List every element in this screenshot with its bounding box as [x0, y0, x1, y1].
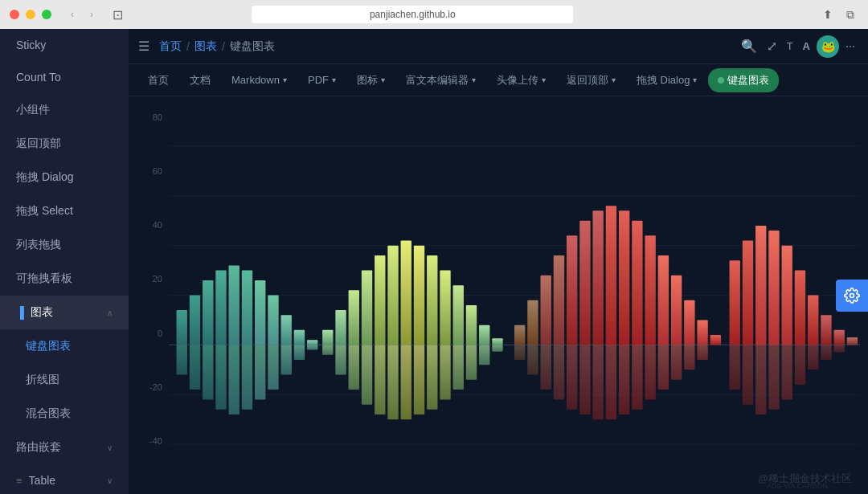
- minimize-button[interactable]: [26, 10, 35, 19]
- breadcrumb-home[interactable]: 首页: [159, 39, 182, 54]
- sidebar-item-sticky[interactable]: Sticky: [0, 29, 129, 61]
- svg-rect-16: [177, 345, 187, 374]
- sidebar-item-count-to[interactable]: Count To: [0, 61, 129, 93]
- table-icon-group: ≡ Table: [16, 474, 55, 487]
- tab-upload[interactable]: 头像上传 ▾: [487, 68, 555, 92]
- svg-rect-13: [255, 280, 265, 345]
- tab-markdown[interactable]: Markdown ▾: [222, 69, 297, 91]
- more-icon[interactable]: ⋯: [842, 38, 858, 55]
- back-arrow[interactable]: ‹: [64, 6, 80, 22]
- svg-rect-85: [540, 345, 551, 390]
- rich-editor-dropdown-icon: ▾: [472, 76, 476, 84]
- sidebar-item-route-nested[interactable]: 路由嵌套 ∨: [0, 431, 129, 464]
- svg-rect-23: [268, 345, 278, 390]
- sidebar-item-line-chart[interactable]: 折线图: [0, 363, 129, 397]
- sidebar-item-widget[interactable]: 小组件: [0, 93, 129, 127]
- sidebar-toggle-icon[interactable]: ⧉: [842, 6, 858, 22]
- svg-rect-99: [743, 345, 753, 404]
- svg-rect-106: [834, 345, 845, 352]
- svg-rect-74: [743, 240, 753, 345]
- y-label-neg40: -40: [135, 436, 162, 446]
- markdown-dropdown-icon: ▾: [283, 76, 287, 84]
- svg-rect-40: [387, 345, 398, 419]
- close-button[interactable]: [10, 10, 19, 19]
- svg-rect-44: [414, 345, 424, 414]
- share-icon[interactable]: ⬆: [820, 6, 836, 22]
- svg-rect-101: [768, 345, 779, 409]
- font-size-icon[interactable]: T: [784, 37, 796, 55]
- svg-rect-55: [492, 338, 502, 345]
- tab-icon-label: 图标: [357, 73, 378, 88]
- svg-rect-45: [427, 255, 437, 345]
- search-icon[interactable]: 🔍: [738, 35, 760, 57]
- svg-rect-75: [755, 226, 766, 345]
- svg-rect-97: [697, 345, 707, 360]
- y-label-80: 80: [135, 112, 162, 122]
- svg-rect-34: [349, 345, 359, 390]
- tab-rich-editor-label: 富文本编辑器: [406, 73, 469, 88]
- svg-rect-37: [375, 255, 385, 345]
- tab-docs-label: 文档: [190, 73, 211, 88]
- sidebar-label-mix-chart: 混合图表: [26, 406, 71, 421]
- svg-rect-63: [592, 210, 603, 345]
- svg-rect-87: [567, 345, 577, 409]
- breadcrumb: 首页 / 图表 / 键盘图表: [159, 39, 275, 54]
- svg-rect-60: [554, 255, 564, 345]
- sidebar-label-list-drag: 列表拖拽: [16, 238, 61, 252]
- chart-chevron-icon: ∧: [107, 308, 113, 317]
- tab-home[interactable]: 首页: [138, 68, 178, 92]
- chart-icon-group: ▐ 图表: [16, 305, 53, 320]
- tab-drag-dialog[interactable]: 拖拽 Dialog ▾: [627, 68, 706, 92]
- svg-rect-42: [401, 345, 411, 419]
- svg-rect-7: [177, 310, 187, 345]
- tab-pdf-label: PDF: [308, 74, 329, 86]
- menu-hamburger-icon[interactable]: ☰: [138, 39, 149, 54]
- tab-pdf[interactable]: PDF ▾: [298, 69, 346, 91]
- active-tab-dot: [718, 77, 724, 84]
- sidebar-item-drag-dialog[interactable]: 拖拽 Dialog: [0, 161, 129, 194]
- sidebar-label-drag-board: 可拖拽看板: [16, 271, 72, 286]
- tab-keyboard-chart-label: 键盘图表: [727, 73, 769, 88]
- sidebar-item-chart[interactable]: ▐ 图表 ∧: [0, 296, 129, 329]
- breadcrumb-chart[interactable]: 图表: [194, 39, 217, 54]
- svg-rect-8: [190, 296, 200, 345]
- sidebar-item-mix-chart[interactable]: 混合图表: [0, 397, 129, 431]
- svg-rect-32: [335, 345, 346, 374]
- svg-rect-102: [782, 345, 792, 399]
- svg-rect-62: [579, 221, 590, 345]
- settings-fab-button[interactable]: [836, 280, 868, 312]
- table-list-icon: ≡: [16, 475, 23, 487]
- svg-rect-29: [322, 330, 333, 345]
- y-label-60: 60: [135, 166, 162, 176]
- tab-icon[interactable]: 图标 ▾: [347, 68, 395, 92]
- tab-keyboard-chart[interactable]: 键盘图表: [708, 68, 779, 92]
- svg-rect-86: [554, 345, 564, 399]
- fullscreen-icon[interactable]: ⤢: [764, 35, 780, 57]
- tab-back-top[interactable]: 返回顶部 ▾: [557, 68, 625, 92]
- sidebar-item-drag-select[interactable]: 拖拽 Select: [0, 194, 129, 228]
- browser-actions: ⬆ ⧉: [820, 6, 858, 22]
- svg-rect-68: [658, 255, 669, 345]
- sidebar-item-drag-board[interactable]: 可拖拽看板: [0, 262, 129, 296]
- sidebar-item-keyboard-chart[interactable]: 键盘图表: [0, 329, 129, 363]
- tab-home-label: 首页: [148, 73, 169, 88]
- svg-rect-73: [730, 260, 740, 345]
- address-bar[interactable]: panjiachen.github.io: [252, 6, 573, 23]
- tab-rich-editor[interactable]: 富文本编辑器 ▾: [396, 68, 485, 92]
- svg-rect-49: [453, 285, 464, 345]
- sidebar-item-list-drag[interactable]: 列表拖拽: [0, 228, 129, 262]
- sidebar-label-back-top: 返回顶部: [16, 137, 61, 151]
- sidebar-item-table[interactable]: ≡ Table ∨: [0, 464, 129, 494]
- sidebar-item-back-top[interactable]: 返回顶部: [0, 127, 129, 161]
- svg-rect-82: [847, 337, 858, 345]
- icon-dropdown-icon: ▾: [381, 76, 385, 84]
- svg-rect-52: [466, 345, 477, 379]
- avatar[interactable]: 🐸: [817, 35, 839, 58]
- language-icon[interactable]: A: [800, 37, 813, 55]
- tab-docs[interactable]: 文档: [180, 68, 220, 92]
- svg-rect-95: [671, 345, 682, 379]
- forward-arrow[interactable]: ›: [84, 6, 100, 22]
- maximize-button[interactable]: [42, 10, 51, 19]
- new-tab-icon[interactable]: ⊡: [109, 6, 125, 22]
- sidebar-label-line-chart: 折线图: [26, 373, 59, 387]
